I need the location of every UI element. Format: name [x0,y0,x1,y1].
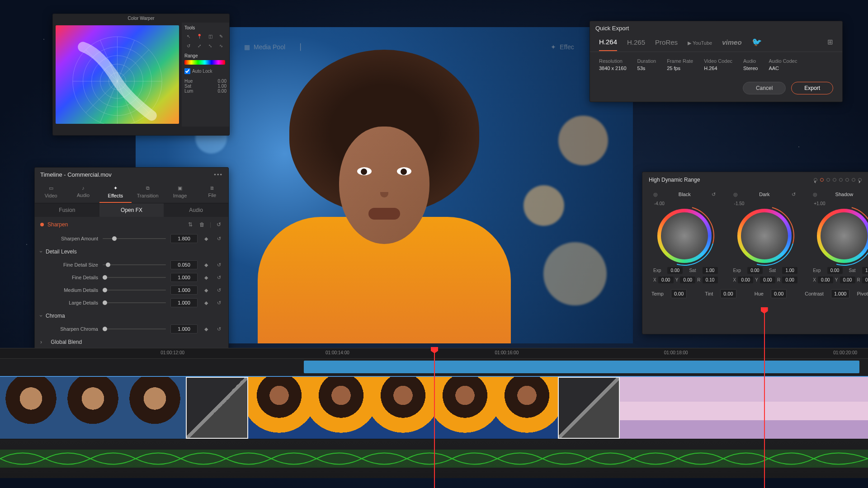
hue-range-strip[interactable] [184,60,225,65]
contrast-input[interactable]: 1.000 [831,289,850,298]
y-value[interactable]: 0.00 [680,277,695,283]
fine-slider[interactable] [103,277,166,278]
export-tab-prores[interactable]: ProRes [655,38,678,51]
reset-icon[interactable]: ↺ [215,299,223,307]
clip-thumbnail[interactable] [62,377,124,439]
large-input[interactable] [170,298,198,307]
hue-input[interactable]: 0.00 [771,289,787,298]
reset-icon[interactable]: ↺ [215,325,223,333]
export-tab-h265[interactable]: H.265 [627,38,645,51]
reset-icon[interactable]: ↺ [215,235,223,243]
clip-thumbnail[interactable] [372,377,434,439]
color-warper-canvas[interactable] [56,25,179,124]
marker-playhead[interactable] [764,308,765,488]
sat-value[interactable]: 1.00 [782,267,797,274]
sharpen-amount-slider[interactable] [103,238,166,239]
sat-value[interactable]: 1.00 [862,267,868,274]
fine-size-input[interactable] [170,260,198,269]
fine-input[interactable] [170,273,198,282]
export-tab-vimeo[interactable]: vimeo [722,38,741,51]
tint-input[interactable]: 0.00 [720,289,736,298]
smooth-tool-icon[interactable]: ∿ [217,42,225,50]
sharpen-effect-header[interactable]: Sharpen ⇅ 🗑 | ↺ [35,217,228,232]
fine-size-slider[interactable] [103,264,166,265]
keyframe-icon[interactable]: ◆ [202,286,210,294]
sharpen-amount-input[interactable] [170,234,198,243]
zone-dots[interactable]: ‹› [814,178,862,182]
reset-icon[interactable]: ↺ [215,221,223,229]
hdr-wheel-black[interactable]: ◎Black↺ -4.00 Exp0.00Sat1.00 X0.00Y0.00R… [651,188,718,285]
clip-thumbnail[interactable] [434,377,496,439]
exp-value[interactable]: 0.00 [667,267,683,274]
select-tool-icon[interactable]: ◫ [206,32,214,40]
cancel-button[interactable]: Cancel [743,82,786,94]
reset-icon[interactable]: ↺ [789,190,797,198]
effects-button[interactable]: ✦Effec [551,43,574,51]
clip-thumbnail[interactable] [310,377,372,439]
x-value[interactable]: 0.00 [738,277,753,283]
keyframe-icon[interactable]: ◆ [202,235,210,243]
target-icon[interactable]: ◎ [651,190,660,198]
r-value[interactable]: 0.00 [782,277,797,283]
clip-thumbnail[interactable] [682,377,744,439]
clip-thumbnail[interactable] [248,377,310,439]
tab-video[interactable]: ▭Video [35,182,67,203]
x-value[interactable]: 0.00 [658,277,674,283]
timeline[interactable]: 01:00:12:00 01:00:14:00 01:00:16:00 01:0… [0,348,868,488]
y-value[interactable]: 0.00 [760,277,775,283]
warper-mesh[interactable] [60,30,175,124]
reset-icon[interactable]: ↺ [215,286,223,294]
subtab-openfx[interactable]: Open FX [99,203,164,217]
r-value[interactable]: 0.10 [703,277,718,283]
color-warper-panel[interactable]: Color Warper Tools ↖ 📍 ◫ ✎ ↺ ⤢ [52,14,230,136]
clip-thumbnail[interactable] [496,377,558,439]
sat-value[interactable]: 1.00 [703,267,718,274]
keyframe-icon[interactable]: ◆ [202,299,210,307]
export-tab-dropbox[interactable]: ⊞ [827,38,833,51]
chroma-input[interactable] [170,324,198,333]
color-wheel[interactable] [737,209,792,263]
tab-transition[interactable]: ⧉Transition [132,182,164,203]
exp-value[interactable]: 0.00 [827,267,843,274]
playhead[interactable] [434,348,435,488]
export-tab-h264[interactable]: H.264 [599,38,617,51]
detail-levels-header[interactable]: Detail Levels [35,245,228,258]
clip-thumbnail[interactable] [620,377,682,439]
inspector-panel[interactable]: Timeline - Commercial.mov ••• ▭Video ♪Au… [34,167,229,361]
exp-value[interactable]: 0.00 [747,267,763,274]
expand-tool-icon[interactable]: ⤢ [195,42,203,50]
video-clip[interactable] [304,361,859,373]
clip-thumbnail[interactable] [0,377,62,439]
clip-thumbnail[interactable] [806,377,868,439]
keyframe-icon[interactable]: ◆ [202,261,210,269]
medium-input[interactable] [170,286,198,295]
reset-icon[interactable]: ↺ [215,273,223,282]
global-blend-header[interactable]: › Global Blend [35,335,228,349]
medium-slider[interactable] [103,290,166,291]
subtab-audio[interactable]: Audio [164,203,228,217]
transition-thumbnail[interactable] [186,377,248,439]
hdr-wheel-shadow[interactable]: ◎Shadow↺ +1.00 Exp0.00Sat1.00 X0.00Y0.00… [811,188,868,285]
target-icon[interactable]: ◎ [731,190,740,198]
tab-file[interactable]: 🗎File [196,182,228,203]
auto-lock-checkbox[interactable]: Auto Lock [184,68,226,74]
color-wheel[interactable] [817,209,868,263]
reset-icon[interactable]: ↺ [215,261,223,269]
tab-audio[interactable]: ♪Audio [67,182,99,203]
hdr-panel[interactable]: High Dynamic Range ‹› ◎Black↺ -4.00 Exp0… [642,172,868,334]
keyframe-icon[interactable]: ◆ [202,325,210,333]
chroma-header[interactable]: Chroma [35,309,228,323]
pin-tool-icon[interactable]: 📍 [195,32,203,40]
transition-thumbnail[interactable] [558,377,620,439]
tab-image[interactable]: ▣Image [164,182,196,203]
tab-effects[interactable]: ✦Effects [99,182,132,203]
reset-icon[interactable]: ↺ [710,190,718,198]
r-value[interactable]: 0.00 [862,277,868,283]
clip-thumbnail[interactable] [744,377,806,439]
export-tab-youtube[interactable]: ▶ YouTube [688,38,712,51]
keyframe-icon[interactable]: ◆ [202,273,210,282]
reset-tool-icon[interactable]: ↺ [184,42,193,50]
updown-icon[interactable]: ⇅ [186,221,194,229]
quick-export-panel[interactable]: Quick Export H.264 H.265 ProRes ▶ YouTub… [590,21,843,102]
draw-tool-icon[interactable]: ✎ [217,32,225,40]
